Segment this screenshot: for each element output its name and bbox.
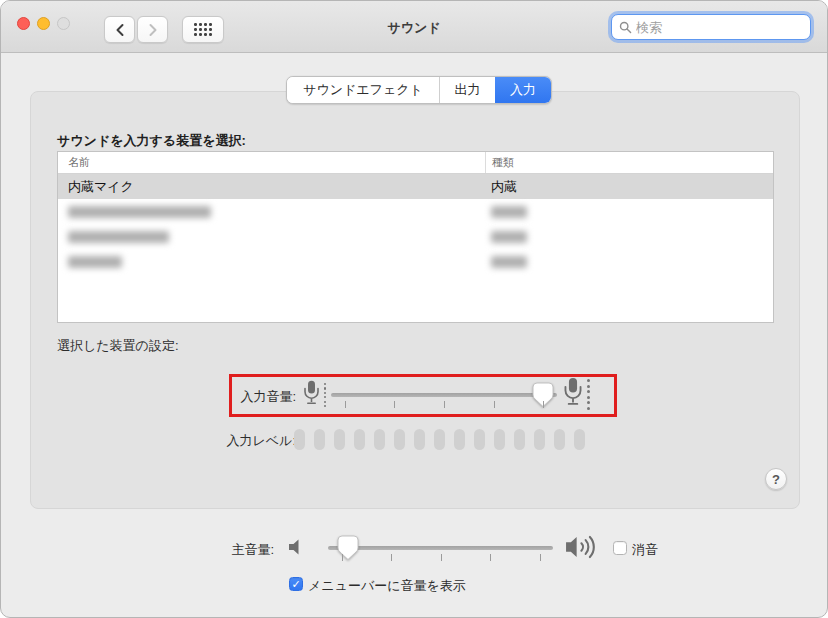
show-volume-in-menubar-label: メニューバーに音量を表示 xyxy=(308,577,466,595)
level-segment xyxy=(374,429,385,450)
device-table: 名前 種類 内蔵マイク 内蔵 xyxy=(57,151,774,323)
level-segment xyxy=(414,429,425,450)
level-segment xyxy=(334,429,345,450)
level-segment xyxy=(534,429,545,450)
redacted-name xyxy=(68,206,211,218)
title-bar: サウンド xyxy=(1,1,827,53)
redacted-name xyxy=(68,256,122,268)
redacted-type xyxy=(491,206,527,218)
select-device-label: サウンドを入力する装置を選択: xyxy=(57,132,246,150)
table-row-redacted[interactable] xyxy=(58,224,773,249)
search-input[interactable] xyxy=(632,20,818,35)
master-volume-label: 主音量: xyxy=(161,541,274,559)
level-segment xyxy=(314,429,325,450)
mute-checkbox[interactable] xyxy=(613,541,627,555)
redacted-type xyxy=(491,256,527,268)
microphone-quiet-icon xyxy=(303,380,320,409)
level-segment xyxy=(554,429,565,450)
device-name: 内蔵マイク xyxy=(58,178,485,196)
speaker-loud-icon xyxy=(565,534,601,564)
input-volume-slider[interactable] xyxy=(331,382,557,414)
level-segment xyxy=(574,429,585,450)
level-segment xyxy=(514,429,525,450)
search-field[interactable] xyxy=(611,14,811,40)
master-volume-slider[interactable] xyxy=(328,535,553,567)
redacted-name xyxy=(68,231,169,243)
table-row-internal-mic[interactable]: 内蔵マイク 内蔵 xyxy=(58,174,773,199)
device-type: 内蔵 xyxy=(485,178,773,196)
loud-dots-icon xyxy=(587,379,590,413)
column-header-name: 名前 xyxy=(58,155,485,170)
level-segment xyxy=(434,429,445,450)
tab-bar: サウンドエフェクト 出力 入力 xyxy=(286,76,552,104)
input-level-meter xyxy=(294,429,585,450)
level-segment xyxy=(294,429,305,450)
slider-tick xyxy=(391,554,392,561)
tab-output[interactable]: 出力 xyxy=(439,77,495,103)
tab-sound-effects[interactable]: サウンドエフェクト xyxy=(287,77,439,103)
tab-input[interactable]: 入力 xyxy=(495,77,551,103)
slider-tick xyxy=(342,554,343,561)
search-icon xyxy=(619,21,632,34)
mute-label: 消音 xyxy=(632,541,658,559)
slider-tick xyxy=(490,554,491,561)
slider-tick xyxy=(441,554,442,561)
slider-track[interactable] xyxy=(328,546,553,550)
help-button[interactable]: ? xyxy=(765,468,787,490)
show-volume-in-menubar-checkbox[interactable]: ✓ xyxy=(289,577,303,591)
input-volume-label: 入力音量: xyxy=(181,388,296,406)
quiet-dots-icon xyxy=(324,383,326,409)
input-level-label: 入力レベル: xyxy=(181,432,296,450)
microphone-loud-icon xyxy=(563,377,583,410)
slider-tick xyxy=(345,401,346,408)
slider-tick xyxy=(540,554,541,561)
device-settings-label: 選択した装置の設定: xyxy=(57,337,179,355)
level-segment xyxy=(354,429,365,450)
column-header-type: 種類 xyxy=(485,152,773,173)
slider-tick xyxy=(494,401,495,408)
redacted-type xyxy=(491,231,527,243)
table-row-redacted[interactable] xyxy=(58,199,773,224)
level-segment xyxy=(394,429,405,450)
table-row-redacted[interactable] xyxy=(58,249,773,274)
level-segment xyxy=(494,429,505,450)
speaker-quiet-icon xyxy=(288,538,305,560)
table-header: 名前 種類 xyxy=(58,152,773,174)
slider-track[interactable] xyxy=(331,393,557,397)
slider-tick xyxy=(394,401,395,408)
level-segment xyxy=(454,429,465,450)
level-segment xyxy=(474,429,485,450)
slider-tick xyxy=(543,401,544,408)
sound-preferences-window: サウンド サウンドエフェクト 出力 入力 サウンドを入力する装置を選択: 名前 … xyxy=(0,0,828,618)
slider-tick xyxy=(444,401,445,408)
